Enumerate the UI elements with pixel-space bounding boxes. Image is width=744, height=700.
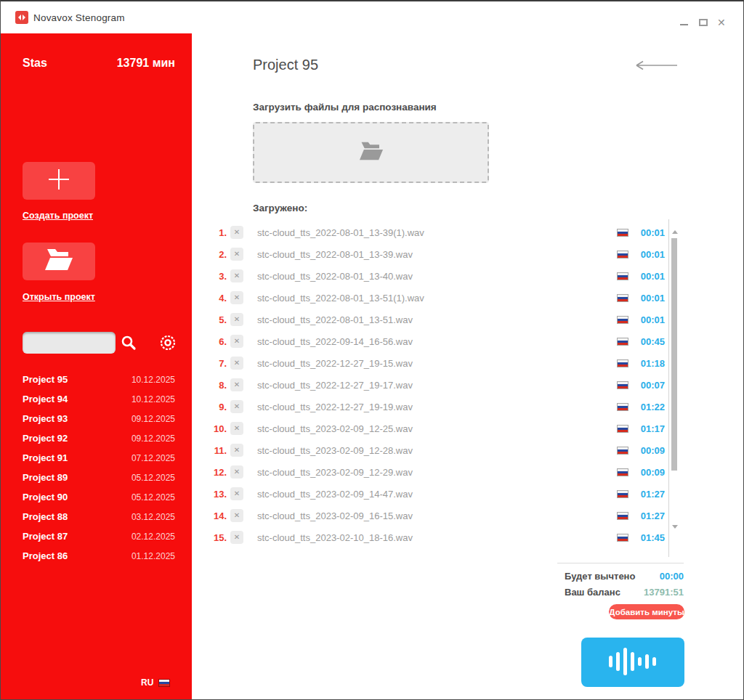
remove-file-button[interactable]: ✕ (230, 487, 243, 500)
file-duration: 01:22 (634, 402, 665, 412)
file-name: stc-cloud_tts_2023-02-09_14-47.wav (257, 489, 617, 500)
file-name: stc-cloud_tts_2023-02-09_12-29.wav (257, 467, 617, 478)
remove-file-button[interactable]: ✕ (230, 357, 243, 370)
open-project-button[interactable] (23, 243, 95, 280)
file-row: 11. ✕ stc-cloud_tts_2023-02-09_12-28.wav… (211, 439, 665, 461)
file-number: 14. (211, 510, 227, 521)
open-folder-icon (44, 248, 73, 274)
file-row: 4. ✕ stc-cloud_tts_2022-08-01_13-51(1).w… (211, 287, 665, 309)
search-icon[interactable] (121, 335, 137, 354)
scrollbar-track-line (668, 219, 669, 557)
remove-file-button[interactable]: ✕ (230, 226, 243, 239)
remove-file-button[interactable]: ✕ (230, 313, 243, 326)
file-number: 11. (211, 445, 227, 456)
remove-file-button[interactable]: ✕ (230, 378, 243, 391)
remove-file-button[interactable]: ✕ (230, 335, 243, 348)
project-date: 09.12.2025 (132, 414, 175, 424)
maximize-icon[interactable] (699, 19, 708, 26)
file-name: stc-cloud_tts_2023-02-09_12-25.wav (257, 423, 617, 434)
project-list-item[interactable]: Project 91 07.12.2025 (1, 448, 192, 468)
back-arrow-icon[interactable] (634, 59, 679, 75)
project-list-item[interactable]: Project 89 05.12.2025 (1, 468, 192, 487)
file-number: 1. (211, 227, 227, 238)
remove-file-button[interactable]: ✕ (230, 248, 243, 261)
file-duration: 00:45 (634, 336, 665, 347)
remove-file-button[interactable]: ✕ (230, 400, 243, 413)
add-minutes-button[interactable]: Добавить минуты (609, 604, 684, 619)
app-window: Novavox Stenogram ✕ Stas 13791 мин Созда… (0, 0, 744, 700)
file-duration: 01:45 (634, 532, 665, 543)
remove-file-button[interactable]: ✕ (230, 269, 243, 282)
remove-file-button[interactable]: ✕ (230, 531, 243, 544)
project-list-item[interactable]: Project 93 09.12.2025 (1, 409, 192, 428)
project-list-item[interactable]: Project 92 09.12.2025 (1, 428, 192, 448)
gear-icon[interactable] (158, 333, 177, 355)
project-list-item[interactable]: Project 86 01.12.2025 (1, 546, 192, 566)
project-name: Project 90 (23, 492, 68, 502)
file-row: 5. ✕ stc-cloud_tts_2022-08-01_13-51.wav … (211, 309, 665, 330)
scrollbar-down-arrow-icon[interactable] (672, 525, 678, 529)
recognize-button[interactable] (581, 638, 684, 687)
file-name: stc-cloud_tts_2022-08-01_13-51.wav (257, 314, 617, 325)
project-name: Project 86 (23, 550, 68, 561)
remove-file-button[interactable]: ✕ (230, 291, 243, 304)
close-icon[interactable]: ✕ (717, 17, 726, 28)
project-list-item[interactable]: Project 94 10.12.2025 (1, 389, 192, 409)
file-number: 15. (211, 532, 227, 543)
create-project-button[interactable] (23, 162, 95, 200)
file-duration: 00:01 (634, 227, 665, 238)
summary-divider (557, 563, 684, 563)
project-list-item[interactable]: Project 88 03.12.2025 (1, 507, 192, 526)
create-project-link[interactable]: Создать проект (23, 211, 93, 221)
file-duration: 00:09 (634, 445, 665, 456)
file-name: stc-cloud_tts_2022-08-01_13-51(1).wav (257, 293, 617, 304)
app-title: Novavox Stenogram (33, 12, 125, 23)
file-dropzone[interactable] (253, 122, 489, 183)
project-list-item[interactable]: Project 90 05.12.2025 (1, 487, 192, 507)
file-row: 14. ✕ stc-cloud_tts_2023-02-09_16-15.wav… (211, 505, 665, 526)
remove-file-button[interactable]: ✕ (230, 422, 243, 435)
project-date: 01.12.2025 (132, 551, 175, 561)
file-duration: 01:18 (634, 358, 665, 369)
project-list-item[interactable]: Project 95 10.12.2025 (1, 370, 192, 389)
project-list-item[interactable]: Project 87 02.12.2025 (1, 526, 192, 546)
project-name: Project 88 (23, 511, 68, 522)
russian-flag-icon (617, 316, 628, 324)
uploaded-files-list: 1. ✕ stc-cloud_tts_2022-08-01_13-39(1).w… (211, 221, 665, 548)
project-date: 02.12.2025 (132, 532, 175, 542)
folder-icon (359, 142, 384, 164)
scrollbar-thumb[interactable] (671, 238, 677, 471)
language-code: RU (141, 677, 153, 688)
russian-flag-icon (158, 679, 170, 687)
project-name: Project 93 (23, 413, 68, 424)
file-name: stc-cloud_tts_2022-08-01_13-39.wav (257, 249, 617, 260)
scrollbar-up-arrow-icon[interactable] (672, 230, 678, 234)
project-name: Project 92 (23, 433, 68, 444)
main-panel: Project 95 Загрузить файлы для распознав… (192, 33, 744, 700)
file-number: 2. (211, 249, 227, 260)
user-balance-minutes: 13791 мин (117, 57, 175, 70)
file-duration: 00:01 (634, 293, 665, 304)
remove-file-button[interactable]: ✕ (230, 465, 243, 479)
file-row: 2. ✕ stc-cloud_tts_2022-08-01_13-39.wav … (211, 243, 665, 265)
project-name: Project 95 (23, 374, 68, 385)
file-number: 4. (211, 293, 227, 304)
russian-flag-icon (617, 381, 628, 389)
search-input[interactable] (23, 332, 116, 354)
remove-file-button[interactable]: ✕ (230, 509, 243, 522)
project-date: 07.12.2025 (132, 453, 175, 463)
app-logo-icon (15, 11, 28, 24)
russian-flag-icon (617, 490, 628, 498)
russian-flag-icon (617, 294, 628, 302)
project-date: 10.12.2025 (132, 375, 175, 385)
language-selector[interactable]: RU (141, 677, 170, 688)
file-name: stc-cloud_tts_2022-08-01_13-40.wav (257, 271, 617, 282)
project-date: 10.12.2025 (132, 394, 175, 404)
russian-flag-icon (617, 229, 628, 237)
loaded-files-label: Загружено: (253, 203, 307, 213)
project-date: 05.12.2025 (132, 473, 175, 483)
minimize-icon[interactable] (680, 24, 688, 25)
open-project-link[interactable]: Открыть проект (23, 292, 95, 302)
file-row: 6. ✕ stc-cloud_tts_2022-09-14_16-56.wav … (211, 330, 665, 352)
remove-file-button[interactable]: ✕ (230, 444, 243, 457)
